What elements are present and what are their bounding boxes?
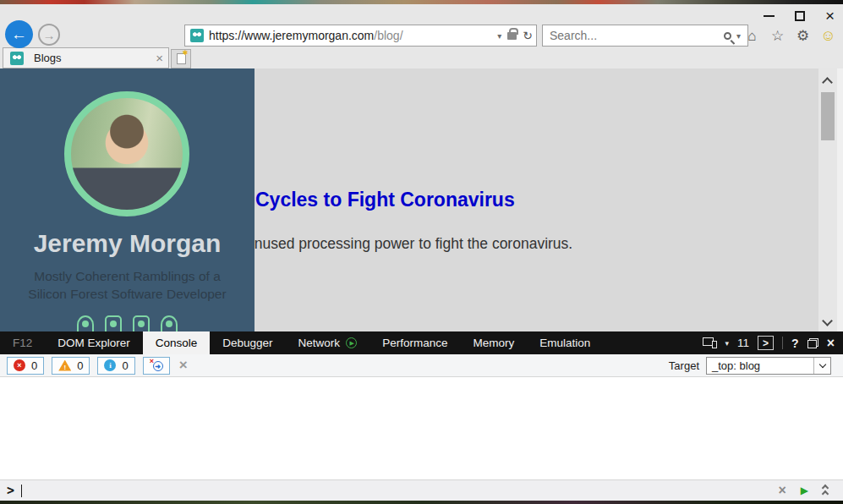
url-path: /blog/ xyxy=(374,29,402,42)
tagline-line2: Silicon Forest Software Developer xyxy=(0,285,255,303)
warnings-filter-button[interactable]: ! 0 xyxy=(52,357,90,375)
error-icon: × xyxy=(14,359,25,371)
social-icon-1[interactable] xyxy=(77,315,94,331)
back-button[interactable]: ← xyxy=(5,20,33,48)
article-heading-link[interactable]: Cycles to Fight Coronavirus xyxy=(255,189,515,211)
feedback-smiley-icon[interactable]: ☺ xyxy=(820,27,836,45)
console-output-area[interactable] xyxy=(0,377,843,479)
address-bar[interactable]: https://www.jeremymorgan.com/blog/ ▾ ↻ xyxy=(184,25,537,47)
window-edge xyxy=(837,68,843,331)
site-favicon xyxy=(190,29,204,42)
tab-close-icon[interactable]: × xyxy=(156,51,163,65)
console-input-row[interactable]: > × ▶ xyxy=(0,479,843,501)
scroll-down-icon[interactable] xyxy=(822,315,833,326)
device-emulation-icon[interactable] xyxy=(703,337,717,348)
desktop-wallpaper-sliver-bottom xyxy=(0,501,843,504)
close-devtools-button[interactable]: × xyxy=(827,336,835,351)
tab-console[interactable]: Console xyxy=(143,331,211,354)
tab-network[interactable]: Network ▶ xyxy=(286,331,370,354)
blog-author-name: Jeremy Morgan xyxy=(0,229,255,258)
target-dropdown[interactable]: _top: blog xyxy=(706,357,831,375)
target-value: _top: blog xyxy=(712,359,760,372)
run-script-icon[interactable]: ▶ xyxy=(801,485,808,496)
device-dropdown-icon[interactable]: ▾ xyxy=(725,339,730,348)
blog-sidebar: Jeremy Morgan Mostly Coherent Ramblings … xyxy=(0,68,255,331)
document-mode-value[interactable]: 11 xyxy=(737,337,749,349)
forward-arrow-icon: → xyxy=(43,28,56,42)
browser-tab-blogs[interactable]: Blogs × xyxy=(3,47,169,68)
blog-tagline: Mostly Coherent Ramblings of a Silicon F… xyxy=(0,267,255,303)
page-scrollbar[interactable] xyxy=(818,68,837,331)
social-icon-3[interactable] xyxy=(133,315,150,331)
search-placeholder: Search... xyxy=(550,29,597,42)
favorites-star-icon[interactable]: ☆ xyxy=(769,27,786,45)
settings-gear-icon[interactable]: ⚙ xyxy=(795,27,811,45)
forward-button[interactable]: → xyxy=(38,24,60,46)
tab-emulation[interactable]: Emulation xyxy=(527,331,603,354)
new-tab-button[interactable] xyxy=(171,49,191,68)
clear-input-icon[interactable]: × xyxy=(778,483,786,498)
tab-performance[interactable]: Performance xyxy=(369,331,460,354)
tab-favicon xyxy=(10,52,24,65)
errors-filter-button[interactable]: × 0 xyxy=(7,357,44,375)
tab-bar: Blogs × xyxy=(0,47,843,68)
new-tab-icon xyxy=(177,53,186,64)
search-icon[interactable] xyxy=(724,32,731,40)
devtools-tab-bar: F12 DOM Explorer Console Debugger Networ… xyxy=(0,331,843,354)
warning-icon: ! xyxy=(58,360,71,371)
network-recording-icon: ▶ xyxy=(346,337,357,348)
tab-title: Blogs xyxy=(34,52,62,64)
clear-console-button[interactable]: × xyxy=(179,357,188,374)
error-count: 0 xyxy=(31,359,37,372)
social-icon-2[interactable] xyxy=(105,315,122,331)
url-host: https://www.jeremymorgan.com xyxy=(209,29,374,42)
unpin-devtools-button[interactable] xyxy=(807,338,818,348)
tab-network-label: Network xyxy=(298,337,341,349)
f12-devtools-panel: F12 DOM Explorer Console Debugger Networ… xyxy=(0,331,843,501)
avatar xyxy=(64,91,189,216)
search-dropdown-icon[interactable]: ▾ xyxy=(736,31,741,41)
search-box[interactable]: Search... ▾ xyxy=(542,25,748,47)
home-icon[interactable]: ⌂ xyxy=(744,28,760,45)
back-arrow-icon: ← xyxy=(11,25,27,44)
messages-filter-button[interactable]: i 0 xyxy=(97,357,134,375)
target-dropdown-chevron-icon[interactable] xyxy=(813,358,830,374)
window-maximize-button[interactable] xyxy=(795,11,805,21)
address-dropdown-icon[interactable]: ▾ xyxy=(497,31,501,41)
warning-count: 0 xyxy=(77,359,83,372)
window-close-button[interactable]: × xyxy=(825,10,835,22)
refresh-icon[interactable]: ↻ xyxy=(523,29,533,42)
target-label: Target xyxy=(669,359,699,372)
clear-on-navigate-button[interactable]: × ➜ xyxy=(143,357,170,375)
open-console-button[interactable]: > xyxy=(758,336,774,350)
console-toolbar: × 0 ! 0 i 0 × ➜ × Target _top: blog xyxy=(0,354,843,377)
tab-memory[interactable]: Memory xyxy=(460,331,527,354)
page-viewport: Cycles to Fight Coronavirus unused proce… xyxy=(0,68,843,331)
scrollbar-thumb[interactable] xyxy=(821,92,835,140)
social-icon-4[interactable] xyxy=(161,315,178,331)
multiline-mode-icon[interactable] xyxy=(823,485,828,496)
message-count: 0 xyxy=(122,359,128,372)
scroll-up-icon[interactable] xyxy=(822,77,833,88)
security-lock-icon xyxy=(507,32,517,40)
text-cursor xyxy=(21,485,22,497)
social-icons-partial xyxy=(0,315,255,331)
browser-toolbar: ← → https://www.jeremymorgan.com/blog/ ▾… xyxy=(0,4,843,47)
tab-dom-explorer[interactable]: DOM Explorer xyxy=(45,331,143,354)
tagline-line1: Mostly Coherent Ramblings of a xyxy=(0,267,255,285)
devtools-f12-label: F12 xyxy=(0,331,45,354)
info-icon: i xyxy=(104,359,116,371)
toolbar-divider xyxy=(782,337,783,349)
console-prompt-icon: > xyxy=(7,483,14,498)
help-button[interactable]: ? xyxy=(791,337,799,350)
clear-on-navigate-icon: × ➜ xyxy=(150,359,163,371)
window-minimize-button[interactable] xyxy=(764,15,775,17)
tab-debugger[interactable]: Debugger xyxy=(210,331,285,354)
article-excerpt: unused processing power to fight the cor… xyxy=(246,235,572,253)
